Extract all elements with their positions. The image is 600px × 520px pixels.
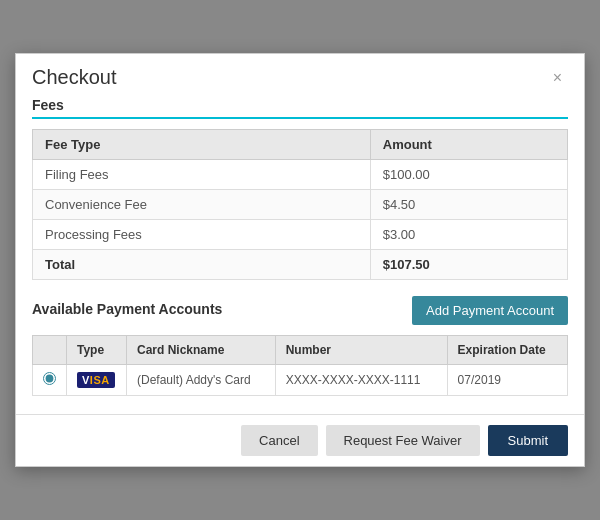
dialog-title: Checkout <box>32 66 117 89</box>
payment-table: Type Card Nickname Number Expiration Dat… <box>32 335 568 396</box>
table-row: Processing Fees $3.00 <box>33 220 568 250</box>
payment-header: Available Payment Accounts Add Payment A… <box>32 296 568 325</box>
table-row: VISA (Default) Addy's Card XXXX-XXXX-XXX… <box>33 365 568 396</box>
amount-cell: $100.00 <box>370 160 567 190</box>
nickname-cell: (Default) Addy's Card <box>127 365 276 396</box>
amount-header: Amount <box>370 130 567 160</box>
amount-cell: $3.00 <box>370 220 567 250</box>
submit-button[interactable]: Submit <box>488 425 568 456</box>
visa-badge: VISA <box>77 372 115 388</box>
add-payment-button[interactable]: Add Payment Account <box>412 296 568 325</box>
number-header: Number <box>275 336 447 365</box>
fee-type-cell: Processing Fees <box>33 220 371 250</box>
expiration-header: Expiration Date <box>447 336 567 365</box>
fees-section: Fees Fee Type Amount Filing Fees $100.00… <box>32 97 568 280</box>
fee-type-cell: Convenience Fee <box>33 190 371 220</box>
fee-type-cell: Filing Fees <box>33 160 371 190</box>
fees-table: Fee Type Amount Filing Fees $100.00 Conv… <box>32 129 568 280</box>
fees-section-title: Fees <box>32 97 568 119</box>
checkout-dialog: Checkout × Fees Fee Type Amount Filing F… <box>15 53 585 467</box>
cancel-button[interactable]: Cancel <box>241 425 317 456</box>
dialog-footer: Cancel Request Fee Waiver Submit <box>16 414 584 466</box>
fee-waiver-button[interactable]: Request Fee Waiver <box>326 425 480 456</box>
fee-type-header: Fee Type <box>33 130 371 160</box>
total-label: Total <box>33 250 371 280</box>
type-cell: VISA <box>67 365 127 396</box>
type-header: Type <box>67 336 127 365</box>
payment-section-title: Available Payment Accounts <box>32 301 222 321</box>
dialog-body: Fees Fee Type Amount Filing Fees $100.00… <box>16 97 584 414</box>
payment-section: Available Payment Accounts Add Payment A… <box>32 296 568 396</box>
table-row: Convenience Fee $4.50 <box>33 190 568 220</box>
total-amount: $107.50 <box>370 250 567 280</box>
payment-radio[interactable] <box>43 372 56 385</box>
nickname-header: Card Nickname <box>127 336 276 365</box>
total-row: Total $107.50 <box>33 250 568 280</box>
number-cell: XXXX-XXXX-XXXX-1111 <box>275 365 447 396</box>
dialog-header: Checkout × <box>16 54 584 97</box>
close-button[interactable]: × <box>547 68 568 88</box>
amount-cell: $4.50 <box>370 190 567 220</box>
select-header <box>33 336 67 365</box>
expiration-cell: 07/2019 <box>447 365 567 396</box>
radio-cell <box>33 365 67 396</box>
table-row: Filing Fees $100.00 <box>33 160 568 190</box>
